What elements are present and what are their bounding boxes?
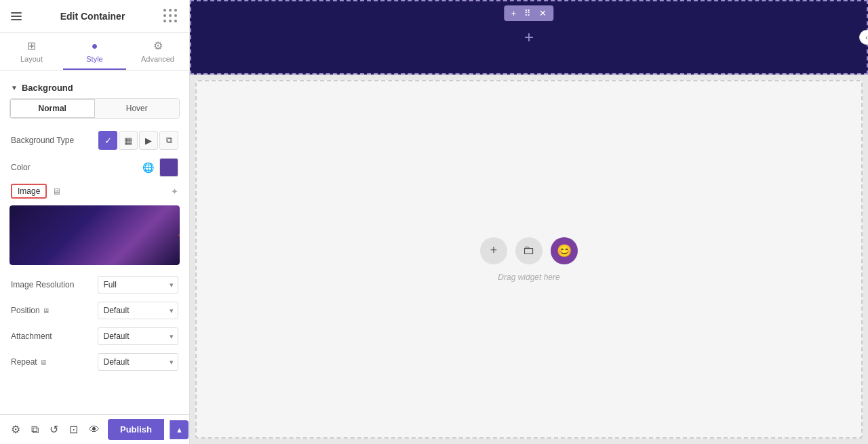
layers-icon[interactable]: ⧉: [28, 421, 41, 439]
tab-layout[interactable]: ⊞ Layout: [0, 33, 63, 70]
color-label: Color: [11, 163, 137, 172]
canvas-actions: + 🗀 😊: [480, 237, 578, 264]
section-arrow-icon: ▼: [11, 84, 18, 92]
bg-type-group: ✓ ▦ ▶ ⧉: [98, 131, 178, 150]
hamburger-menu-icon[interactable]: [11, 12, 22, 20]
image-label-row: Image 🖥 ✦: [0, 181, 189, 203]
history-icon[interactable]: ↺: [47, 420, 61, 439]
color-swatch[interactable]: [159, 158, 178, 177]
color-row: Color 🌐: [0, 154, 189, 181]
canvas-folder-btn[interactable]: 🗀: [515, 237, 542, 264]
bg-type-row: Background Type ✓ ▦ ▶ ⧉: [0, 127, 189, 154]
bottom-toolbar: ⚙ ⧉ ↺ ⊡ 👁 Publish ▲: [0, 414, 189, 444]
panel-content: ▼ Background Normal Hover Background Typ…: [0, 70, 189, 414]
bg-type-video-btn[interactable]: ▶: [139, 131, 158, 150]
globe-icon[interactable]: 🌐: [142, 162, 154, 173]
monitor-icon: 🖥: [52, 186, 61, 197]
canvas-emoji-btn[interactable]: 😊: [551, 237, 578, 264]
tab-style-label: Style: [86, 55, 102, 63]
canvas-collapse-button[interactable]: ‹: [859, 30, 868, 45]
image-resolution-select[interactable]: Full Large Medium: [98, 276, 179, 294]
responsive-icon[interactable]: ⊡: [66, 420, 81, 439]
repeat-select-wrapper: Default No-repeat Repeat: [98, 353, 179, 371]
cross-arrows-icon[interactable]: ✦: [171, 186, 178, 197]
position-label: Position 🖥: [11, 306, 92, 315]
tab-style[interactable]: ● Style: [63, 33, 126, 70]
repeat-label: Repeat 🖥: [11, 357, 92, 367]
position-resp-icon: 🖥: [43, 307, 50, 315]
attachment-select[interactable]: Default Fixed Scroll: [98, 327, 179, 345]
canvas-add-btn-hero[interactable]: +: [509, 7, 519, 20]
canvas-empty-container[interactable]: + 🗀 😊 Drag widget here: [195, 80, 863, 439]
canvas-hero-container[interactable]: + ⠿ ✕ + ‹: [190, 0, 868, 75]
image-resolution-select-wrapper: Full Large Medium: [98, 276, 179, 294]
normal-tab[interactable]: Normal: [10, 99, 95, 118]
style-icon: ●: [92, 40, 98, 52]
tab-bar: ⊞ Layout ● Style ⚙ Advanced: [0, 33, 189, 70]
publish-button[interactable]: Publish: [108, 419, 164, 440]
repeat-resp-icon: 🖥: [40, 359, 47, 366]
panel-title: Edit Container: [60, 11, 125, 22]
canvas-close-btn[interactable]: ✕: [536, 7, 549, 20]
position-select[interactable]: Default Center Center Top Left: [98, 302, 179, 319]
background-section-header[interactable]: ▼ Background: [0, 79, 189, 98]
attachment-select-wrapper: Default Fixed Scroll: [98, 327, 179, 345]
position-row: Position 🖥 Default Center Center Top Lef…: [0, 298, 189, 323]
layout-icon: ⊞: [27, 39, 36, 52]
bg-type-slide-btn[interactable]: ⧉: [159, 131, 178, 150]
canvas-empty-add-btn[interactable]: +: [480, 237, 507, 264]
hero-plus-icon[interactable]: +: [524, 28, 534, 47]
left-panel: Edit Container ⊞ Layout ● Style ⚙ Advanc…: [0, 0, 190, 444]
repeat-select[interactable]: Default No-repeat Repeat: [98, 353, 179, 371]
attachment-row: Attachment Default Fixed Scroll: [0, 323, 189, 349]
advanced-icon: ⚙: [153, 39, 163, 52]
image-resolution-label: Image Resolution: [11, 280, 92, 289]
background-section-label: Background: [22, 83, 73, 93]
grid-menu-icon[interactable]: [163, 9, 178, 24]
repeat-row: Repeat 🖥 Default No-repeat Repeat: [0, 349, 189, 375]
drag-hint-text: Drag widget here: [498, 273, 559, 282]
normal-hover-toggle: Normal Hover: [9, 98, 180, 119]
image-preview[interactable]: 1: [9, 205, 180, 265]
background-image-thumbnail: [9, 205, 180, 265]
bg-type-gradient-btn[interactable]: ▦: [119, 131, 138, 150]
tab-advanced-label: Advanced: [141, 55, 174, 63]
image-tag[interactable]: Image: [11, 184, 47, 199]
publish-chevron-button[interactable]: ▲: [170, 420, 189, 439]
bg-type-color-btn[interactable]: ✓: [98, 131, 117, 150]
tab-layout-label: Layout: [20, 55, 43, 63]
bg-type-label: Background Type: [11, 136, 93, 145]
position-select-wrapper: Default Center Center Top Left: [98, 302, 179, 319]
right-canvas: + ⠿ ✕ + ‹ + 🗀 😊 Drag widget here: [190, 0, 868, 444]
image-resolution-row: Image Resolution Full Large Medium: [0, 272, 189, 298]
canvas-hero-toolbar: + ⠿ ✕: [505, 5, 554, 21]
eye-icon[interactable]: 👁: [86, 421, 102, 439]
panel-header: Edit Container: [0, 0, 189, 33]
hover-tab[interactable]: Hover: [95, 99, 180, 118]
settings-icon[interactable]: ⚙: [8, 420, 23, 439]
attachment-label: Attachment: [11, 331, 92, 341]
tab-advanced[interactable]: ⚙ Advanced: [126, 33, 189, 70]
canvas-move-btn[interactable]: ⠿: [521, 7, 534, 20]
